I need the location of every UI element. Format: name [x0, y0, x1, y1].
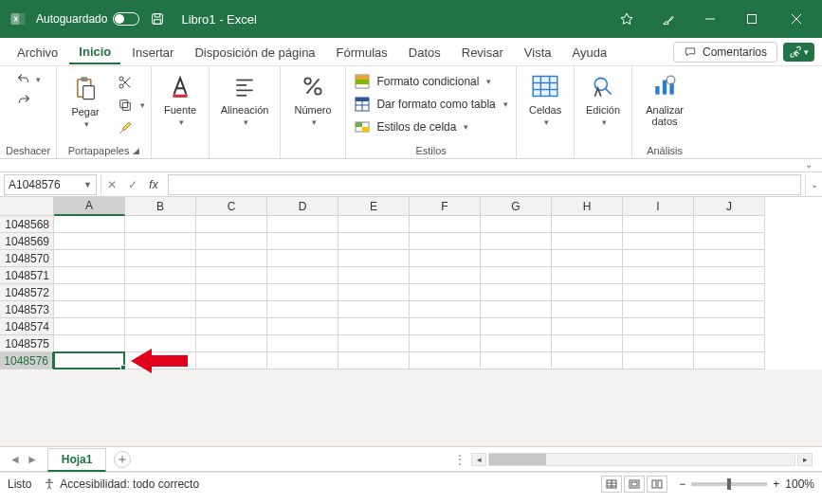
cell[interactable] [552, 335, 623, 352]
cell[interactable] [623, 352, 694, 369]
tab-ayuda[interactable]: Ayuda [563, 40, 617, 63]
zoom-level[interactable]: 100% [785, 477, 814, 491]
cell[interactable] [196, 335, 267, 352]
cell[interactable] [54, 233, 125, 250]
cell[interactable] [410, 250, 481, 267]
cell[interactable] [552, 250, 623, 267]
cell[interactable] [125, 267, 196, 284]
cell[interactable] [196, 267, 267, 284]
cell[interactable] [623, 335, 694, 352]
cell[interactable] [125, 233, 196, 250]
cell[interactable] [552, 216, 623, 233]
chevron-down-icon[interactable]: ▾ [179, 117, 184, 127]
confirm-formula-button[interactable]: ✓ [122, 178, 143, 191]
cell[interactable] [410, 352, 481, 369]
dialog-launcher-icon[interactable]: ◢ [133, 146, 139, 155]
sheet-nav-prev[interactable]: ◄ [8, 451, 23, 468]
format-as-table-button[interactable]: Dar formato como tabla▾ [352, 95, 509, 114]
cell[interactable] [694, 216, 765, 233]
cell[interactable] [338, 216, 410, 233]
zoom-in-button[interactable]: + [773, 477, 779, 491]
cell[interactable] [267, 284, 338, 301]
cell[interactable] [54, 267, 125, 284]
cell[interactable] [552, 318, 623, 335]
share-button[interactable]: ▾ [783, 43, 814, 62]
hscroll-right[interactable]: ▸ [797, 453, 813, 466]
cell[interactable] [481, 301, 552, 318]
formula-input[interactable] [168, 174, 801, 195]
cell[interactable] [54, 216, 125, 233]
cell[interactable] [694, 233, 765, 250]
cell[interactable] [552, 352, 623, 369]
chevron-down-icon[interactable]: ▾ [36, 75, 41, 84]
cell[interactable] [196, 301, 267, 318]
cell[interactable] [267, 335, 338, 352]
cell[interactable] [694, 267, 765, 284]
cell[interactable] [54, 335, 125, 352]
editing-group-button[interactable]: Edición ▾ [580, 70, 626, 127]
row-header[interactable]: 1048576 [0, 352, 54, 369]
row-header[interactable]: 1048574 [0, 318, 54, 335]
cell[interactable] [125, 318, 196, 335]
cell[interactable] [125, 301, 196, 318]
column-header[interactable]: B [125, 197, 196, 216]
row-header[interactable]: 1048568 [0, 216, 54, 233]
cell[interactable] [196, 284, 267, 301]
collapse-ribbon-icon[interactable]: ⌄ [805, 159, 813, 170]
cell[interactable] [623, 301, 694, 318]
cell[interactable] [552, 301, 623, 318]
cell[interactable] [267, 318, 338, 335]
chevron-down-icon[interactable]: ▾ [84, 119, 89, 129]
tab-revisar[interactable]: Revisar [452, 40, 513, 63]
cell[interactable] [623, 233, 694, 250]
cell[interactable] [410, 233, 481, 250]
tab-insertar[interactable]: Insertar [122, 40, 183, 63]
cell[interactable] [338, 267, 410, 284]
paste-button[interactable]: Pegar ▾ [63, 72, 108, 129]
cell[interactable] [196, 250, 267, 267]
column-header[interactable]: C [196, 197, 267, 216]
cell[interactable] [125, 250, 196, 267]
premium-icon[interactable] [608, 4, 646, 34]
column-header[interactable]: D [267, 197, 338, 216]
cell[interactable] [481, 267, 552, 284]
cell[interactable] [267, 216, 338, 233]
chevron-down-icon[interactable]: ▼ [83, 180, 92, 189]
cell[interactable] [552, 267, 623, 284]
cell[interactable] [694, 301, 765, 318]
tab-datos[interactable]: Datos [399, 40, 450, 63]
view-normal-button[interactable] [601, 476, 622, 493]
cancel-formula-button[interactable]: ✕ [101, 178, 122, 191]
cells-group-button[interactable]: Celdas ▾ [522, 70, 568, 127]
row-header[interactable]: 1048571 [0, 267, 54, 284]
zoom-slider[interactable] [691, 482, 767, 486]
tab-inicio[interactable]: Inicio [69, 39, 120, 64]
tab-formulas[interactable]: Fórmulas [327, 40, 397, 63]
chevron-down-icon[interactable]: ▾ [602, 117, 607, 127]
cell[interactable] [125, 284, 196, 301]
cell[interactable] [481, 352, 552, 369]
column-header[interactable]: G [481, 197, 552, 216]
maximize-button[interactable] [733, 4, 771, 34]
row-header[interactable]: 1048570 [0, 250, 54, 267]
close-button[interactable] [775, 4, 818, 34]
cell[interactable] [338, 301, 410, 318]
cell[interactable] [623, 267, 694, 284]
minimize-button[interactable] [691, 4, 729, 34]
row-header[interactable]: 1048572 [0, 284, 54, 301]
chevron-down-icon[interactable]: ▾ [312, 117, 317, 127]
cell[interactable] [54, 284, 125, 301]
view-pagebreak-button[interactable] [647, 476, 667, 493]
zoom-out-button[interactable]: − [679, 477, 685, 491]
column-header[interactable]: J [694, 197, 765, 216]
cell[interactable] [552, 233, 623, 250]
autosave-toggle[interactable] [113, 12, 139, 26]
new-sheet-button[interactable]: ＋ [114, 451, 131, 468]
column-header[interactable]: A [54, 197, 125, 216]
cell[interactable] [196, 352, 267, 369]
redo-button[interactable] [15, 93, 32, 108]
cell[interactable] [338, 352, 410, 369]
cell[interactable] [338, 335, 410, 352]
cell[interactable] [552, 284, 623, 301]
cell[interactable] [267, 250, 338, 267]
